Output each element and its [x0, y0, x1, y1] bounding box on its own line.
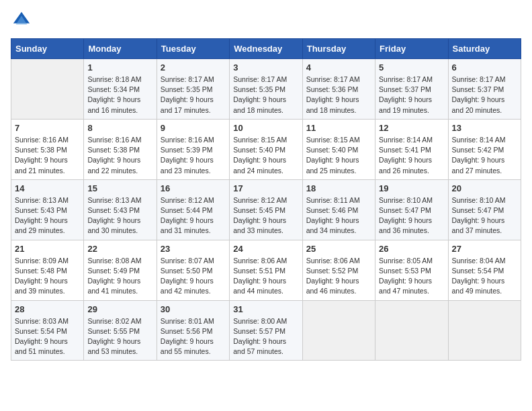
page-header — [11, 11, 521, 33]
day-number: 20 — [452, 183, 517, 193]
calendar-cell: 1Sunrise: 8:18 AMSunset: 5:34 PMDaylight… — [84, 59, 157, 120]
day-details: Sunrise: 8:08 AMSunset: 5:49 PMDaylight:… — [87, 256, 152, 297]
day-number: 9 — [161, 123, 226, 133]
day-details: Sunrise: 8:18 AMSunset: 5:34 PMDaylight:… — [87, 75, 152, 116]
day-details: Sunrise: 8:07 AMSunset: 5:50 PMDaylight:… — [161, 256, 226, 297]
calendar-cell: 21Sunrise: 8:09 AMSunset: 5:48 PMDayligh… — [11, 240, 84, 300]
day-number: 13 — [452, 123, 517, 133]
day-details: Sunrise: 8:11 AMSunset: 5:46 PMDaylight:… — [306, 195, 371, 236]
day-number: 23 — [161, 244, 226, 254]
day-number: 10 — [233, 123, 298, 133]
calendar-cell: 27Sunrise: 8:04 AMSunset: 5:54 PMDayligh… — [448, 240, 521, 300]
day-number: 4 — [306, 62, 371, 73]
calendar-cell — [448, 300, 521, 361]
calendar-cell: 23Sunrise: 8:07 AMSunset: 5:50 PMDayligh… — [157, 240, 229, 300]
calendar-cell: 26Sunrise: 8:05 AMSunset: 5:53 PMDayligh… — [375, 240, 448, 300]
day-details: Sunrise: 8:00 AMSunset: 5:57 PMDaylight:… — [233, 316, 298, 357]
logo-icon — [12, 11, 31, 30]
calendar-cell: 4Sunrise: 8:17 AMSunset: 5:36 PMDaylight… — [302, 59, 375, 120]
calendar-cell: 17Sunrise: 8:12 AMSunset: 5:45 PMDayligh… — [230, 179, 302, 240]
day-number: 28 — [15, 304, 80, 314]
day-details: Sunrise: 8:15 AMSunset: 5:40 PMDaylight:… — [233, 135, 298, 176]
day-details: Sunrise: 8:16 AMSunset: 5:38 PMDaylight:… — [15, 135, 80, 176]
calendar-cell: 3Sunrise: 8:17 AMSunset: 5:35 PMDaylight… — [230, 59, 302, 120]
day-details: Sunrise: 8:16 AMSunset: 5:38 PMDaylight:… — [87, 135, 152, 176]
day-details: Sunrise: 8:06 AMSunset: 5:52 PMDaylight:… — [306, 256, 371, 297]
logo — [11, 11, 31, 33]
calendar-cell — [302, 300, 375, 361]
day-number: 26 — [379, 244, 444, 254]
day-number: 17 — [233, 183, 298, 193]
calendar-cell: 10Sunrise: 8:15 AMSunset: 5:40 PMDayligh… — [230, 119, 302, 179]
header-day-tuesday: Tuesday — [157, 39, 229, 59]
day-details: Sunrise: 8:17 AMSunset: 5:37 PMDaylight:… — [379, 75, 444, 116]
day-details: Sunrise: 8:10 AMSunset: 5:47 PMDaylight:… — [379, 195, 444, 236]
calendar-header-row: SundayMondayTuesdayWednesdayThursdayFrid… — [11, 39, 521, 59]
calendar-week-row: 1Sunrise: 8:18 AMSunset: 5:34 PMDaylight… — [11, 59, 521, 120]
calendar-cell: 29Sunrise: 8:02 AMSunset: 5:55 PMDayligh… — [84, 300, 157, 361]
day-details: Sunrise: 8:01 AMSunset: 5:56 PMDaylight:… — [161, 316, 226, 357]
day-number: 8 — [87, 123, 152, 133]
calendar-cell: 2Sunrise: 8:17 AMSunset: 5:35 PMDaylight… — [157, 59, 229, 120]
day-details: Sunrise: 8:17 AMSunset: 5:35 PMDaylight:… — [161, 75, 226, 116]
day-number: 14 — [15, 183, 80, 193]
calendar-cell: 20Sunrise: 8:10 AMSunset: 5:47 PMDayligh… — [448, 179, 521, 240]
calendar-cell: 8Sunrise: 8:16 AMSunset: 5:38 PMDaylight… — [84, 119, 157, 179]
day-details: Sunrise: 8:12 AMSunset: 5:45 PMDaylight:… — [233, 195, 298, 236]
calendar-cell: 13Sunrise: 8:14 AMSunset: 5:42 PMDayligh… — [448, 119, 521, 179]
day-details: Sunrise: 8:10 AMSunset: 5:47 PMDaylight:… — [452, 195, 517, 236]
day-details: Sunrise: 8:15 AMSunset: 5:40 PMDaylight:… — [306, 135, 371, 176]
calendar-cell — [11, 59, 84, 120]
calendar-cell: 25Sunrise: 8:06 AMSunset: 5:52 PMDayligh… — [302, 240, 375, 300]
day-details: Sunrise: 8:02 AMSunset: 5:55 PMDaylight:… — [87, 316, 152, 357]
day-number: 6 — [452, 62, 517, 73]
day-number: 25 — [306, 244, 371, 254]
calendar-cell: 22Sunrise: 8:08 AMSunset: 5:49 PMDayligh… — [84, 240, 157, 300]
day-number: 27 — [452, 244, 517, 254]
day-number: 30 — [161, 304, 226, 314]
day-number: 12 — [379, 123, 444, 133]
day-details: Sunrise: 8:04 AMSunset: 5:54 PMDaylight:… — [452, 256, 517, 297]
day-details: Sunrise: 8:14 AMSunset: 5:41 PMDaylight:… — [379, 135, 444, 176]
day-details: Sunrise: 8:05 AMSunset: 5:53 PMDaylight:… — [379, 256, 444, 297]
day-number: 19 — [379, 183, 444, 193]
calendar-cell: 31Sunrise: 8:00 AMSunset: 5:57 PMDayligh… — [230, 300, 302, 361]
day-number: 21 — [15, 244, 80, 254]
day-number: 5 — [379, 62, 444, 73]
day-details: Sunrise: 8:03 AMSunset: 5:54 PMDaylight:… — [15, 316, 80, 357]
header-day-thursday: Thursday — [302, 39, 375, 59]
calendar-cell — [375, 300, 448, 361]
day-number: 3 — [233, 62, 298, 73]
day-number: 29 — [87, 304, 152, 314]
day-details: Sunrise: 8:17 AMSunset: 5:37 PMDaylight:… — [452, 75, 517, 116]
day-number: 18 — [306, 183, 371, 193]
header-day-friday: Friday — [375, 39, 448, 59]
calendar-cell: 30Sunrise: 8:01 AMSunset: 5:56 PMDayligh… — [157, 300, 229, 361]
calendar-cell: 15Sunrise: 8:13 AMSunset: 5:43 PMDayligh… — [84, 179, 157, 240]
day-number: 22 — [87, 244, 152, 254]
day-number: 31 — [233, 304, 298, 314]
calendar-cell: 12Sunrise: 8:14 AMSunset: 5:41 PMDayligh… — [375, 119, 448, 179]
day-details: Sunrise: 8:14 AMSunset: 5:42 PMDaylight:… — [452, 135, 517, 176]
calendar-cell: 11Sunrise: 8:15 AMSunset: 5:40 PMDayligh… — [302, 119, 375, 179]
header-day-wednesday: Wednesday — [230, 39, 302, 59]
day-details: Sunrise: 8:16 AMSunset: 5:39 PMDaylight:… — [161, 135, 226, 176]
calendar-cell: 24Sunrise: 8:06 AMSunset: 5:51 PMDayligh… — [230, 240, 302, 300]
day-details: Sunrise: 8:13 AMSunset: 5:43 PMDaylight:… — [15, 195, 80, 236]
calendar-table: SundayMondayTuesdayWednesdayThursdayFrid… — [11, 38, 521, 361]
calendar-cell: 9Sunrise: 8:16 AMSunset: 5:39 PMDaylight… — [157, 119, 229, 179]
day-number: 1 — [87, 62, 152, 73]
calendar-week-row: 14Sunrise: 8:13 AMSunset: 5:43 PMDayligh… — [11, 179, 521, 240]
day-number: 15 — [87, 183, 152, 193]
day-number: 2 — [161, 62, 226, 73]
calendar-cell: 16Sunrise: 8:12 AMSunset: 5:44 PMDayligh… — [157, 179, 229, 240]
calendar-cell: 5Sunrise: 8:17 AMSunset: 5:37 PMDaylight… — [375, 59, 448, 120]
calendar-cell: 6Sunrise: 8:17 AMSunset: 5:37 PMDaylight… — [448, 59, 521, 120]
day-details: Sunrise: 8:09 AMSunset: 5:48 PMDaylight:… — [15, 256, 80, 297]
day-details: Sunrise: 8:17 AMSunset: 5:35 PMDaylight:… — [233, 75, 298, 116]
header-day-monday: Monday — [84, 39, 157, 59]
calendar-week-row: 28Sunrise: 8:03 AMSunset: 5:54 PMDayligh… — [11, 300, 521, 361]
calendar-cell: 18Sunrise: 8:11 AMSunset: 5:46 PMDayligh… — [302, 179, 375, 240]
calendar-cell: 14Sunrise: 8:13 AMSunset: 5:43 PMDayligh… — [11, 179, 84, 240]
header-day-sunday: Sunday — [11, 39, 84, 59]
